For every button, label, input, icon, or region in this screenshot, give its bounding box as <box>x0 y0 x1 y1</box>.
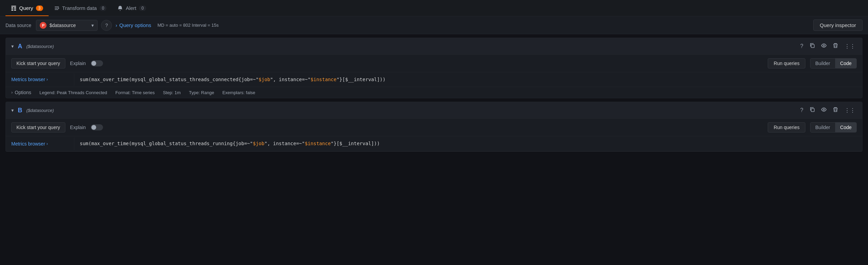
datasource-label: Data source <box>5 23 31 28</box>
duplicate-query-button-a[interactable] <box>808 41 816 51</box>
query-header-a: ▾ A ($datasource) ? ⋮⋮ <box>6 38 862 55</box>
delete-query-button-b[interactable] <box>831 105 840 115</box>
hide-query-button-b[interactable] <box>820 105 828 115</box>
option-step-a: Step: 1m <box>163 90 181 95</box>
kick-start-button-b[interactable]: Kick start your query <box>11 122 65 132</box>
code-button-a[interactable]: Code <box>835 59 856 68</box>
query-letter-b: B <box>18 107 22 114</box>
run-queries-label-a: Run queries <box>774 61 800 66</box>
svg-rect-4 <box>14 9 16 9</box>
bell-icon <box>117 5 123 11</box>
tab-alert-badge: 0 <box>139 5 146 11</box>
query-header-b: ▾ B ($datasource) ? ⋮⋮ <box>6 102 862 119</box>
metrics-browser-link-b[interactable]: Metrics browser › <box>6 138 74 150</box>
toggle-dot-a <box>91 61 96 66</box>
explain-toggle-a[interactable] <box>91 60 103 66</box>
code-button-b[interactable]: Code <box>835 123 856 132</box>
datasource-name: $datasource <box>49 23 89 28</box>
run-queries-label-b: Run queries <box>774 125 800 130</box>
transform-icon <box>54 5 60 11</box>
question-icon: ? <box>105 23 108 28</box>
svg-rect-5 <box>11 10 13 11</box>
query-letter-a: A <box>18 43 22 50</box>
svg-rect-2 <box>14 7 16 8</box>
code-middle-a: ", instance=~" <box>270 77 310 82</box>
metrics-browser-label-a: Metrics browser <box>11 77 45 82</box>
chevron-down-icon: ▾ <box>91 23 94 28</box>
tab-transform-label: Transform data <box>62 5 97 11</box>
query-code-a[interactable]: sum(max_over_time(mysql_global_status_th… <box>74 72 862 87</box>
tab-query[interactable]: Query 3 <box>5 0 49 16</box>
svg-rect-7 <box>811 45 814 48</box>
query-controls-a: Kick start your query Explain Run querie… <box>6 55 862 72</box>
query-inspector-button[interactable]: Query inspector <box>813 20 863 31</box>
code-suffix-b: "}[$__interval])) <box>331 141 380 146</box>
svg-rect-3 <box>11 9 13 9</box>
explain-label-a: Explain <box>70 61 86 66</box>
option-format-a: Format: Time series <box>115 90 155 95</box>
query-inspector-label: Query inspector <box>820 22 856 28</box>
options-toggle-a[interactable]: › Options <box>11 90 31 95</box>
builder-button-b[interactable]: Builder <box>810 123 835 132</box>
query-editor-row-a: Metrics browser › sum(max_over_time(mysq… <box>6 72 862 87</box>
options-label-a: Options <box>15 90 31 95</box>
svg-point-8 <box>823 45 825 46</box>
svg-rect-6 <box>14 10 16 11</box>
metrics-browser-arrow-a: › <box>47 77 48 82</box>
code-job-var-a: $job <box>259 77 270 82</box>
query-code-b[interactable]: sum(max_over_time(mysql_global_status_th… <box>74 136 862 151</box>
datasource-select[interactable]: P $datasource ▾ <box>36 20 98 31</box>
metrics-browser-label-b: Metrics browser <box>11 141 45 147</box>
help-query-button-b[interactable]: ? <box>799 106 805 115</box>
drag-handle-b[interactable]: ⋮⋮ <box>843 106 857 115</box>
explain-toggle-b[interactable] <box>91 124 103 130</box>
view-buttons-b: Builder Code <box>810 122 857 132</box>
collapse-button-b[interactable]: ▾ <box>11 108 14 113</box>
hide-query-button-a[interactable] <box>820 41 828 51</box>
option-exemplars-a: Exemplars: false <box>222 90 255 95</box>
collapse-button-a[interactable]: ▾ <box>11 43 14 49</box>
query-panel-a: ▾ A ($datasource) ? ⋮⋮ <box>5 38 863 98</box>
query-datasource-a: ($datasource) <box>26 44 54 49</box>
datasource-icon: P <box>40 22 47 29</box>
help-button[interactable]: ? <box>101 20 112 31</box>
table-icon <box>11 5 16 11</box>
kick-start-label-b: Kick start your query <box>16 125 60 130</box>
option-type-a: Type: Range <box>189 90 214 95</box>
tab-transform-badge: 0 <box>100 5 107 11</box>
query-header-actions-b: ? ⋮⋮ <box>799 105 857 115</box>
query-datasource-b: ($datasource) <box>26 108 54 113</box>
arrow-right-icon: › <box>115 22 117 28</box>
tab-query-label: Query <box>19 5 33 11</box>
kick-start-button-a[interactable]: Kick start your query <box>11 58 65 68</box>
metrics-browser-arrow-b: › <box>47 141 48 146</box>
toggle-dot-b <box>91 125 96 130</box>
help-query-button-a[interactable]: ? <box>799 42 805 51</box>
kick-start-label-a: Kick start your query <box>16 61 60 66</box>
delete-query-button-a[interactable] <box>831 41 840 51</box>
option-legend-a: Legend: Peak Threads Connected <box>39 90 107 95</box>
tab-bar: Query 3 Transform data 0 Alert 0 <box>0 0 868 16</box>
tab-alert-label: Alert <box>126 5 136 11</box>
code-job-var-b: $job <box>253 141 265 146</box>
run-queries-button-b[interactable]: Run queries <box>768 122 805 132</box>
run-queries-button-a[interactable]: Run queries <box>768 58 805 68</box>
code-middle-b: ", instance=~" <box>264 141 305 146</box>
query-options-row-a: › Options Legend: Peak Threads Connected… <box>6 87 862 98</box>
drag-handle-a[interactable]: ⋮⋮ <box>843 42 857 51</box>
svg-rect-1 <box>11 7 13 8</box>
svg-rect-0 <box>11 6 16 7</box>
chevron-right-icon-a: › <box>11 90 13 95</box>
query-controls-b: Kick start your query Explain Run querie… <box>6 119 862 136</box>
query-options-button[interactable]: › Query options <box>115 22 151 28</box>
tab-alert[interactable]: Alert 0 <box>112 0 152 16</box>
builder-button-a[interactable]: Builder <box>810 59 835 68</box>
toolbar: Data source P $datasource ▾ ? › Query op… <box>0 16 868 34</box>
code-instance-var-b: $instance <box>305 141 331 146</box>
metrics-browser-link-a[interactable]: Metrics browser › <box>6 73 74 86</box>
tab-transform[interactable]: Transform data 0 <box>49 0 112 16</box>
svg-rect-9 <box>811 109 814 112</box>
code-suffix-a: "}[$__interval])) <box>336 77 385 82</box>
duplicate-query-button-b[interactable] <box>808 105 816 115</box>
svg-point-10 <box>823 109 825 110</box>
